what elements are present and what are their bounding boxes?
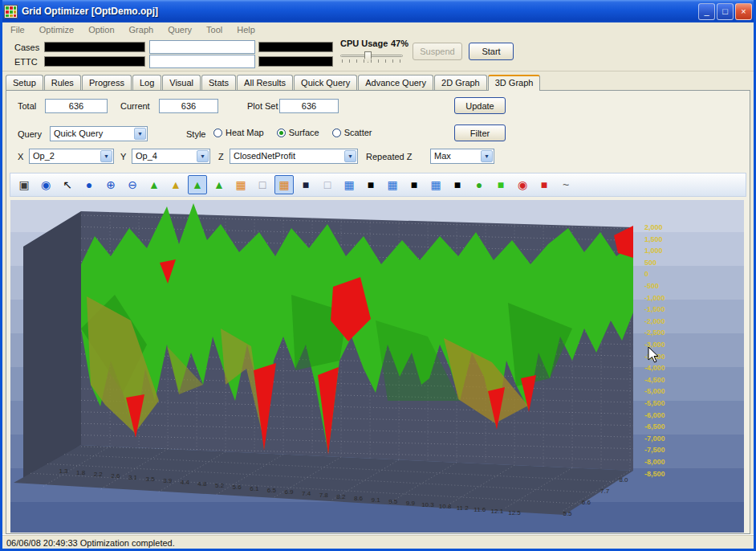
style-radio-scatter[interactable]: Scatter [332, 128, 372, 137]
z-axis-tick: 1,500 [644, 235, 663, 243]
x-axis-tick: 1.3 [59, 467, 67, 475]
x-axis-tick: 6.5 [267, 487, 276, 494]
menu-file[interactable]: File [3, 24, 32, 35]
minimize-button[interactable]: _ [698, 3, 715, 20]
menu-option[interactable]: Option [81, 24, 121, 35]
x-axis-tick: 3.5 [146, 475, 155, 483]
snapshot-icon-glyph: ▣ [18, 179, 29, 190]
total-field[interactable]: 636 [45, 99, 108, 113]
update-button[interactable]: Update [454, 97, 506, 114]
rotate-icon[interactable]: ● [79, 175, 99, 194]
chart-small-icon-2[interactable]: ▦ [383, 175, 402, 194]
tab-all-results[interactable]: All Results [237, 75, 293, 90]
z-axis-tick: -6,500 [644, 422, 665, 431]
start-button[interactable]: Start [469, 43, 514, 60]
plot-set-field[interactable]: 636 [279, 99, 339, 113]
cpu-usage-slider[interactable] [340, 51, 403, 64]
zoom-out-icon[interactable]: ⊖ [123, 175, 142, 194]
suspend-button[interactable]: Suspend [413, 43, 462, 60]
menu-query[interactable]: Query [161, 24, 199, 35]
x-axis-tick: 6.9 [284, 488, 293, 496]
x-axis-tick: 4.4 [181, 479, 189, 486]
tab-quick-query[interactable]: Quick Query [294, 75, 357, 90]
style-radio-surface[interactable]: Surface [277, 128, 319, 137]
current-label: Current [120, 101, 150, 111]
tab-progress[interactable]: Progress [82, 75, 132, 90]
depth-axis-tick: 8.0 [619, 476, 628, 484]
pyramid-pair-icon[interactable]: ▲ [209, 175, 229, 194]
chevron-down-icon[interactable]: ▼ [344, 150, 356, 162]
tab-log[interactable]: Log [132, 75, 161, 90]
swatch-green-icon[interactable]: ■ [491, 175, 510, 194]
cases-progress-left [44, 42, 145, 52]
menu-help[interactable]: Help [230, 24, 262, 35]
plot-set-label: Plot Set [247, 101, 278, 111]
repeated-z-label: Repeated Z [366, 152, 412, 161]
chevron-down-icon[interactable]: ▼ [134, 128, 146, 140]
x-axis-select[interactable]: Op_2 ▼ [29, 149, 114, 164]
tab-2d-graph[interactable]: 2D Graph [434, 75, 487, 90]
page-blank-icon[interactable]: □ [253, 175, 272, 194]
swatch-black-icon-1[interactable]: ■ [361, 175, 380, 194]
current-field[interactable]: 636 [159, 99, 218, 113]
repeated-z-select[interactable]: Max ▼ [430, 149, 494, 164]
plot-area[interactable]: 2,0001,5001,0005000-500-1,000-1,500-2,00… [10, 200, 744, 533]
menu-optimize[interactable]: Optimize [32, 24, 81, 35]
menu-graph[interactable]: Graph [122, 24, 161, 35]
z-axis-select[interactable]: ClosedNetProfit ▼ [230, 149, 358, 164]
chevron-down-icon[interactable]: ▼ [100, 150, 112, 162]
z-axis-tick: 2,000 [644, 223, 663, 231]
surface-green-icon[interactable]: ● [469, 175, 489, 194]
menu-tool[interactable]: Tool [199, 24, 230, 35]
x-axis-tick: 10.3 [421, 501, 434, 508]
tab-visual[interactable]: Visual [162, 75, 201, 90]
y-axis-select[interactable]: Op_4 ▼ [132, 149, 210, 164]
chart-small-icon-2-glyph: ▦ [387, 179, 397, 190]
chart-small-icon-1[interactable]: ▦ [339, 175, 359, 194]
filter-button[interactable]: Filter [454, 124, 506, 141]
chart-orange-icon-glyph: ▦ [235, 179, 246, 190]
radio-icon [213, 129, 222, 137]
tab-3d-graph[interactable]: 3D Graph [488, 75, 541, 91]
eye-red-icon[interactable]: ◉ [513, 175, 532, 194]
chart-highlight-icon[interactable]: ▦ [274, 175, 294, 194]
z-axis-tick: -7,000 [644, 435, 665, 443]
axes-3d-icon[interactable]: ▲ [144, 175, 164, 194]
swatch-black-icon-3[interactable]: ■ [448, 175, 467, 194]
panel-dark-icon[interactable]: ■ [296, 175, 315, 194]
ettc-progress-right [258, 56, 333, 67]
pyramid-green-icon-glyph: ▲ [192, 179, 203, 190]
query-select[interactable]: Quick Query ▼ [50, 126, 148, 141]
style-radio-heat-map[interactable]: Heat Map [213, 128, 264, 137]
x-axis-tick: 3.1 [128, 474, 137, 481]
chart-small-icon-3[interactable]: ▦ [426, 175, 445, 194]
panel-light-icon[interactable]: □ [318, 175, 337, 194]
x-axis-tick: 5.2 [215, 482, 224, 489]
pointer-icon[interactable]: ↖ [58, 175, 77, 194]
app-icon [4, 5, 18, 18]
pyramid-green-icon[interactable]: ▲ [188, 175, 207, 194]
title-bar[interactable]: Grid Optimizer [OptDemo.opj] _ □ × [0, 0, 756, 22]
chart-small-icon-3-glyph: ▦ [430, 179, 441, 190]
z-axis-tick: 1,000 [644, 247, 663, 255]
snapshot-icon[interactable]: ▣ [14, 175, 34, 194]
tab-advance-query[interactable]: Advance Query [358, 75, 433, 90]
tab-setup[interactable]: Setup [6, 75, 43, 90]
sparkline-icon[interactable]: ~ [556, 175, 575, 194]
chart-orange-icon[interactable]: ▦ [231, 175, 250, 194]
close-button[interactable]: × [735, 3, 752, 20]
pyramid-gold-icon[interactable]: ▲ [166, 175, 185, 194]
chevron-down-icon[interactable]: ▼ [197, 150, 209, 162]
tab-rules[interactable]: Rules [44, 75, 81, 90]
z-axis-tick: -1,500 [644, 305, 665, 313]
chevron-down-icon[interactable]: ▼ [481, 150, 493, 162]
swatch-black-icon-3-glyph: ■ [454, 179, 461, 190]
maximize-button[interactable]: □ [717, 3, 734, 20]
swatch-black-icon-2[interactable]: ■ [404, 175, 424, 194]
swatch-black-icon-1-glyph: ■ [368, 179, 374, 190]
zoom-in-icon[interactable]: ⊕ [101, 175, 120, 194]
tab-stats[interactable]: Stats [201, 75, 236, 90]
help-icon[interactable]: ◉ [36, 175, 55, 194]
swatch-red-icon[interactable]: ■ [534, 175, 554, 194]
window-controls: _ □ × [698, 3, 752, 20]
